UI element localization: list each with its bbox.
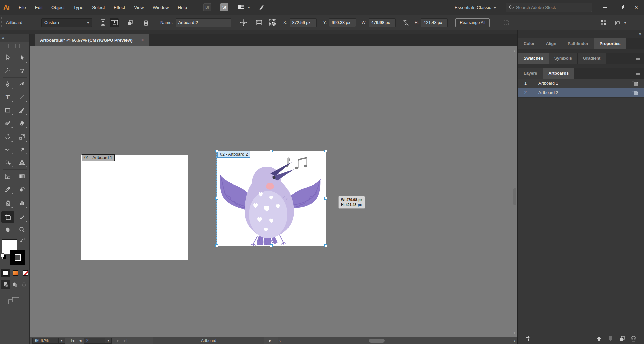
selection-handle[interactable] (215, 150, 218, 152)
mesh-tool[interactable] (1, 171, 14, 182)
artboard-1-surface[interactable] (81, 155, 188, 260)
symbol-sprayer-tool[interactable] (1, 197, 14, 209)
gradient-mode-button[interactable] (11, 269, 20, 277)
scale-tool[interactable] (16, 131, 28, 143)
zoom-level-box[interactable]: 66.67% (32, 338, 58, 344)
pen-tool[interactable] (1, 79, 14, 90)
move-up-button[interactable] (593, 336, 605, 342)
stock-button[interactable]: St (220, 3, 228, 11)
selection-handle[interactable] (270, 244, 273, 247)
x-input[interactable] (290, 18, 317, 27)
close-tab-icon[interactable]: × (141, 37, 144, 43)
move-down-button[interactable] (605, 336, 616, 342)
curvature-tool[interactable] (16, 79, 28, 90)
line-segment-tool[interactable] (16, 92, 28, 103)
tab-gradient[interactable]: Gradient (578, 53, 606, 64)
search-input[interactable] (516, 5, 589, 10)
panel-grip[interactable] (1, 17, 3, 28)
menu-help[interactable]: Help (173, 5, 191, 10)
rearrange-artboards-button[interactable] (523, 336, 534, 342)
status-display-menu-button[interactable]: ▶ (267, 339, 274, 342)
rearrange-all-button[interactable]: Rearrange All (455, 18, 490, 27)
menu-view[interactable]: View (130, 5, 148, 10)
hand-tool[interactable] (1, 224, 14, 236)
menu-select[interactable]: Select (88, 5, 109, 10)
default-fill-stroke-button[interactable] (1, 253, 7, 260)
menu-window[interactable]: Window (148, 5, 173, 10)
perspective-grid-tool[interactable] (16, 157, 28, 168)
puppet-warp-tool[interactable] (16, 144, 28, 155)
arrange-documents-button[interactable] (236, 3, 246, 12)
selection-handle[interactable] (215, 197, 218, 200)
tab-pathfinder[interactable]: Pathfinder (562, 38, 594, 49)
artboard-1-label[interactable]: 01 - Artboard 1 (82, 154, 115, 161)
scroll-down-icon[interactable]: ▼ (513, 331, 516, 335)
chevron-down-icon[interactable]: ▾ (248, 5, 250, 10)
reference-point-selector[interactable] (268, 18, 277, 27)
scroll-right-icon[interactable]: › (514, 338, 515, 343)
eyedropper-tool[interactable] (1, 183, 14, 195)
document-tab[interactable]: Artboard.ai* @ 66.67% (CMYK/GPU Preview)… (35, 34, 149, 46)
artboard-tool[interactable] (1, 211, 14, 223)
slice-tool[interactable] (16, 211, 28, 223)
swap-fill-stroke-button[interactable] (20, 238, 26, 243)
paintbrush-tool[interactable] (16, 104, 28, 116)
new-artboard-footer-button[interactable] (616, 336, 628, 342)
selection-handle[interactable] (215, 244, 218, 247)
current-artboard-box[interactable]: 2 (84, 338, 105, 344)
artboard-row-name[interactable]: Artboard 1 (534, 81, 632, 86)
direct-selection-tool[interactable] (16, 52, 28, 64)
draw-inside-button[interactable] (19, 280, 28, 289)
chevron-down-icon[interactable]: ▾ (494, 5, 496, 10)
gradient-tool[interactable] (16, 171, 28, 182)
selection-handle[interactable] (324, 150, 327, 152)
landscape-orientation-button[interactable] (110, 18, 119, 27)
artboard-2-label[interactable]: 02 - Artboard 2 (217, 151, 250, 158)
selection-handle[interactable] (324, 244, 327, 247)
change-screen-mode-button[interactable] (8, 297, 20, 305)
rotate-tool[interactable] (1, 131, 14, 143)
menu-file[interactable]: File (14, 5, 30, 10)
artboard-name-input[interactable] (176, 18, 231, 27)
scroll-left-icon[interactable]: ‹ (279, 338, 281, 343)
dock-controls-button[interactable] (613, 18, 622, 27)
touch-workspace-button[interactable] (599, 18, 608, 27)
first-artboard-button[interactable]: |◀ (69, 339, 76, 342)
artboard-preset-select[interactable]: Custom ▾ (41, 18, 92, 27)
zoom-level-dropdown[interactable]: ▾ (58, 338, 65, 344)
zoom-tool[interactable] (16, 224, 28, 236)
new-artboard-button[interactable] (125, 18, 135, 27)
delete-artboard-footer-button[interactable] (628, 336, 639, 342)
canvas[interactable]: 01 - Artboard 1 (30, 46, 518, 337)
tab-properties[interactable]: Properties (594, 38, 626, 49)
control-panel-menu-button[interactable]: ≡ (635, 20, 638, 26)
stroke-color-swatch[interactable] (10, 250, 25, 265)
artboard-page-icon[interactable] (632, 80, 639, 87)
eraser-tool[interactable] (16, 117, 28, 129)
color-mode-button[interactable] (1, 269, 10, 277)
shape-builder-tool[interactable] (1, 157, 14, 168)
swatches-panel-menu-button[interactable] (635, 53, 644, 64)
toolbar-grip[interactable] (0, 44, 29, 48)
menu-edit[interactable]: Edit (30, 5, 47, 10)
menu-type[interactable]: Type (69, 5, 88, 10)
selection-handle[interactable] (324, 197, 327, 200)
w-input[interactable] (369, 18, 396, 27)
vertical-scrollbar-thumb[interactable] (513, 188, 516, 205)
move-with-artwork-button[interactable] (239, 18, 248, 27)
portrait-orientation-button[interactable] (98, 18, 108, 27)
workspace-switcher[interactable]: Essentials Classic (455, 5, 491, 10)
toolbar-collapse-button[interactable]: « (0, 34, 29, 42)
shaper-tool[interactable] (1, 117, 14, 129)
gpu-performance-button[interactable] (257, 3, 266, 12)
menu-object[interactable]: Object (47, 5, 69, 10)
artboard-row-name[interactable]: Artboard 2 (534, 90, 632, 95)
close-button[interactable]: × (628, 1, 644, 14)
restore-button[interactable] (613, 1, 628, 14)
menu-effect[interactable]: Effect (109, 5, 130, 10)
minimize-button[interactable] (597, 1, 613, 14)
horizontal-scrollbar-thumb[interactable] (369, 339, 385, 343)
status-display[interactable]: Artboard (153, 337, 264, 344)
artboards-panel-menu-button[interactable] (635, 68, 644, 79)
artboard-row-1[interactable]: 1 Artboard 1 (518, 79, 644, 88)
